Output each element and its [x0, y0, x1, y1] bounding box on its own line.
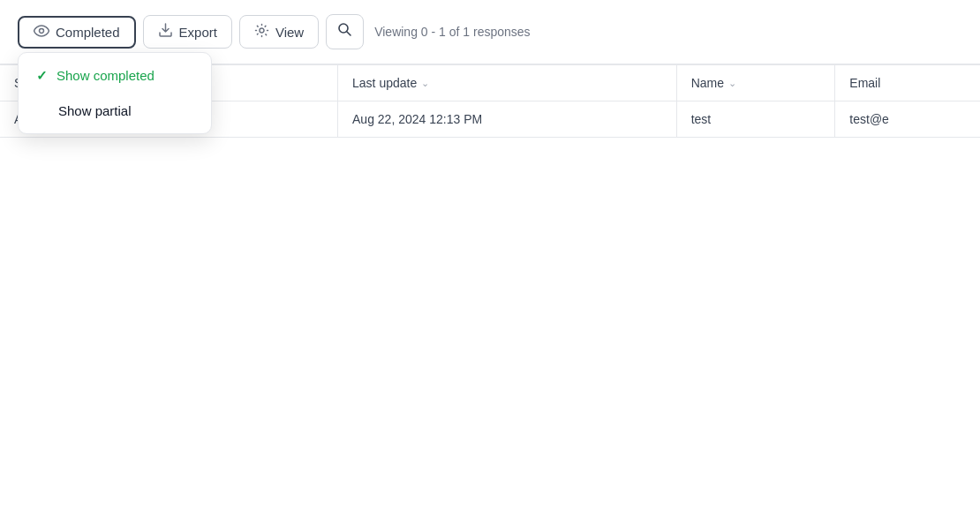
last-update-cell: Aug 22, 2024 12:13 PM	[338, 101, 677, 138]
search-button[interactable]	[326, 14, 364, 49]
checkmark-icon: ✓	[36, 68, 48, 84]
gear-icon	[254, 23, 269, 41]
viewing-text: Viewing 0 - 1 of 1 responses	[374, 25, 530, 39]
completed-button[interactable]: Completed	[18, 16, 136, 49]
completed-dropdown-container: Completed ✓ Show completed Show partial	[18, 16, 136, 49]
name-col-header[interactable]: Name ⌄	[676, 65, 835, 101]
last-update-sort-icon: ⌄	[421, 78, 429, 89]
export-icon	[158, 23, 173, 41]
email-cell: test@e	[835, 101, 980, 138]
export-button[interactable]: Export	[143, 15, 232, 49]
svg-point-0	[40, 28, 44, 33]
view-button-label: View	[275, 25, 304, 40]
view-button[interactable]: View	[239, 15, 319, 49]
completed-button-label: Completed	[56, 25, 120, 40]
show-completed-label: Show completed	[57, 68, 155, 83]
name-sort-icon: ⌄	[728, 78, 736, 89]
toolbar: Completed ✓ Show completed Show partial	[0, 0, 980, 64]
svg-point-1	[260, 28, 264, 33]
eye-icon	[34, 25, 49, 40]
email-col-header[interactable]: Email	[835, 65, 980, 101]
show-partial-item[interactable]: Show partial	[19, 94, 211, 128]
last-update-col-header[interactable]: Last update ⌄	[338, 65, 677, 101]
show-completed-item[interactable]: ✓ Show completed	[19, 58, 211, 94]
show-partial-label: Show partial	[58, 103, 132, 118]
main-container: Completed ✓ Show completed Show partial	[0, 0, 980, 526]
completed-dropdown-menu: ✓ Show completed Show partial	[18, 52, 212, 134]
export-button-label: Export	[179, 25, 217, 40]
name-cell: test	[676, 101, 835, 138]
search-icon	[337, 22, 352, 41]
